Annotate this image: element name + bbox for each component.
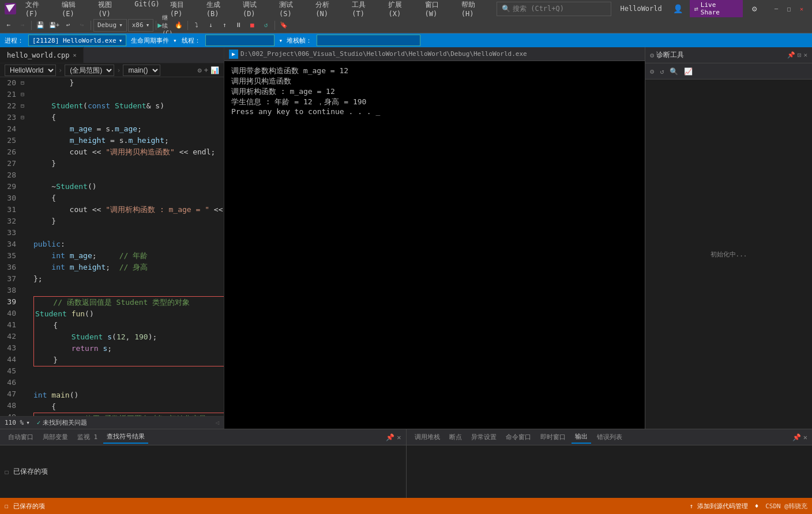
- settings-icon[interactable]: ⚙: [747, 2, 761, 16]
- continue-button[interactable]: ▶ 继续(C): [159, 19, 171, 32]
- dropdown-arrow: ▾: [119, 21, 123, 29]
- br-close-icon[interactable]: ✕: [803, 433, 807, 441]
- red-box-end: }: [33, 354, 224, 366]
- git-icon[interactable]: ♦: [755, 502, 759, 510]
- sep3: [156, 21, 156, 30]
- br-pin-icon[interactable]: 📌: [792, 433, 801, 441]
- save-all-icon[interactable]: 💾+: [48, 19, 61, 32]
- debug-config-label: Debug: [97, 21, 116, 29]
- minimize-button[interactable]: ─: [770, 3, 782, 14]
- close-button[interactable]: ✕: [796, 3, 807, 14]
- console-line-2: 调用拷贝构造函数: [231, 76, 638, 86]
- undo-icon[interactable]: ↩: [62, 19, 74, 32]
- debug-config-dropdown[interactable]: Debug ▾: [93, 19, 127, 32]
- back-button[interactable]: ←: [2, 19, 15, 32]
- breadcrumb-scope[interactable]: (全局范围): [65, 65, 114, 76]
- lifecycle-label[interactable]: 生命周期事件 ▾: [131, 36, 176, 45]
- issues-status: 未找到相关问题: [43, 418, 87, 427]
- hot-reload-icon[interactable]: 🔥: [172, 19, 185, 32]
- saved-items-label: 已保存的项: [13, 467, 48, 477]
- arch-dropdown[interactable]: x86 ▾: [128, 19, 154, 32]
- bottom-right-content: [407, 445, 813, 498]
- chart-btn[interactable]: 📊: [210, 66, 219, 74]
- status-bar-icon[interactable]: ☐: [5, 502, 9, 510]
- tab-output[interactable]: 输出: [572, 430, 591, 444]
- diag-title: 诊断工具: [656, 50, 684, 60]
- console-path: D:\002_Project\006_Visual_Studio\HelloWo…: [240, 50, 527, 58]
- diag-search-btn[interactable]: 🔍: [667, 66, 681, 77]
- search-box[interactable]: 🔍 搜索 (Ctrl+Q): [497, 2, 611, 16]
- diag-gear-icon[interactable]: ⚙: [650, 51, 654, 59]
- breadcrumb: HelloWorld › (全局范围) › main() ⚙ + 📊: [0, 63, 224, 77]
- bl-close-icon[interactable]: ✕: [397, 433, 401, 441]
- tab-exception-settings[interactable]: 异常设置: [468, 431, 500, 443]
- add-to-source-control[interactable]: ↑ 添加到源代码管理: [689, 502, 747, 511]
- project-name: HelloWorld: [621, 5, 662, 13]
- diag-header-controls: 📌 ⊡ ✕: [787, 51, 807, 59]
- console-body[interactable]: 调用带参数构造函数 m_age = 12 调用拷贝构造函数 调用析构函数 : m…: [224, 61, 645, 429]
- tab-command-window[interactable]: 命令窗口: [502, 431, 535, 443]
- arch-label: x86: [132, 21, 144, 29]
- status-bar-saved: 已保存的项: [13, 502, 45, 511]
- vs-logo: [5, 3, 16, 14]
- live-share-label: Live Share: [701, 1, 738, 16]
- tab-call-stack[interactable]: 调用堆栈: [411, 431, 443, 443]
- diag-toolbar: ⚙ ↺ 🔍 📈: [645, 63, 812, 80]
- tab-hello-world[interactable]: hello_world.cpp ✕: [0, 47, 84, 63]
- breadcrumb-class[interactable]: HelloWorld: [5, 65, 56, 76]
- console-app-icon: ▶: [229, 50, 238, 59]
- diag-loading: 初始化中...: [710, 250, 747, 259]
- expand-btn[interactable]: +: [204, 66, 208, 74]
- settings-btn[interactable]: ⚙: [198, 66, 202, 74]
- process-label: 进程：: [5, 36, 24, 45]
- diag-header: ⚙ 诊断工具 📌 ⊡ ✕: [645, 47, 812, 63]
- code-lines: } Student(const Student& s) { m_age = s.…: [29, 77, 224, 416]
- toolbar: ← → 💾 💾+ ↩ ↪ Debug ▾ x86 ▾ ▶ 继续(C) 🔥 ⤵ ↓…: [0, 17, 812, 33]
- step-out-icon[interactable]: ↑: [218, 19, 231, 32]
- breadcrumb-function[interactable]: main(): [123, 65, 160, 76]
- tab-locals[interactable]: 局部变量: [39, 431, 72, 443]
- editor-status: 110 % ▾ ✓ 未找到相关问题 ◁: [0, 416, 224, 429]
- tab-auto-window[interactable]: 自动窗口: [5, 431, 37, 443]
- profile-icon[interactable]: 👤: [671, 2, 685, 16]
- step-over-icon[interactable]: ⤵: [190, 19, 203, 32]
- pause-icon[interactable]: ⏸: [232, 19, 245, 32]
- step-into-icon[interactable]: ↓: [204, 19, 217, 32]
- stack-dropdown[interactable]: [317, 35, 420, 46]
- save-icon[interactable]: 💾: [34, 19, 47, 32]
- diag-float-icon[interactable]: ⊡: [798, 51, 802, 59]
- console-line-5: Press any key to continue . . . _: [231, 107, 638, 116]
- zoom-level: 110 %: [5, 419, 24, 426]
- diag-pin-icon[interactable]: 📌: [787, 51, 795, 59]
- forward-button[interactable]: →: [16, 19, 29, 32]
- stop-icon[interactable]: ■: [246, 19, 258, 32]
- tab-error-list[interactable]: 错误列表: [593, 431, 626, 443]
- process-dropdown[interactable]: [21128] HelloWorld.exe ▾: [28, 35, 126, 46]
- diag-close-icon[interactable]: ✕: [803, 51, 807, 59]
- tab-find-symbol-results[interactable]: 查找符号结果: [103, 430, 148, 444]
- live-share-button[interactable]: ⇄ Live Share: [690, 0, 743, 18]
- bl-pin-icon[interactable]: 📌: [386, 433, 394, 441]
- tab-close-icon[interactable]: ✕: [73, 52, 76, 58]
- tab-watch[interactable]: 监视 1: [74, 431, 101, 443]
- thread-label: 线程：: [182, 36, 201, 45]
- console-line-4: 学生信息 : 年龄 = 12 ，身高 = 190: [231, 97, 638, 107]
- diag-settings-btn[interactable]: ⚙: [648, 66, 656, 77]
- live-share-icon: ⇄: [694, 5, 698, 13]
- tab-immediate[interactable]: 即时窗口: [537, 431, 569, 443]
- maximize-button[interactable]: □: [783, 3, 795, 14]
- bottom-left-panel: 自动窗口 局部变量 监视 1 查找符号结果 📌 ✕ ☐ 已保存的项: [0, 429, 407, 498]
- thread-dropdown[interactable]: [205, 35, 275, 46]
- diag-chart-btn[interactable]: 📈: [682, 66, 695, 77]
- redo-icon[interactable]: ↪: [76, 19, 88, 32]
- bottom-left-controls: 📌 ✕: [386, 433, 401, 441]
- console-line-3: 调用析构函数 : m_age = 12: [231, 86, 638, 97]
- code-editor[interactable]: 2021222324 2526272829 3031323334 3536373…: [0, 77, 224, 416]
- console-section: ▶ D:\002_Project\006_Visual_Studio\Hello…: [224, 47, 645, 429]
- bookmark-icon[interactable]: 🔖: [277, 19, 290, 32]
- diag-refresh-btn[interactable]: ↺: [657, 66, 666, 77]
- tab-breakpoints[interactable]: 断点: [446, 431, 465, 443]
- restart-icon[interactable]: ↺: [260, 19, 272, 32]
- sep1: [31, 21, 32, 30]
- editor-tabs: hello_world.cpp ✕: [0, 47, 224, 63]
